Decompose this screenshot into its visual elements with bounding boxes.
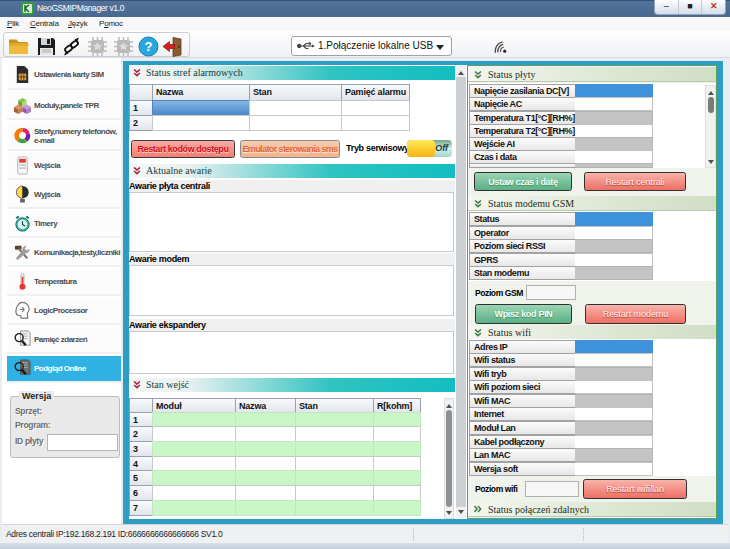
svg-text:?: ? [145,39,153,54]
